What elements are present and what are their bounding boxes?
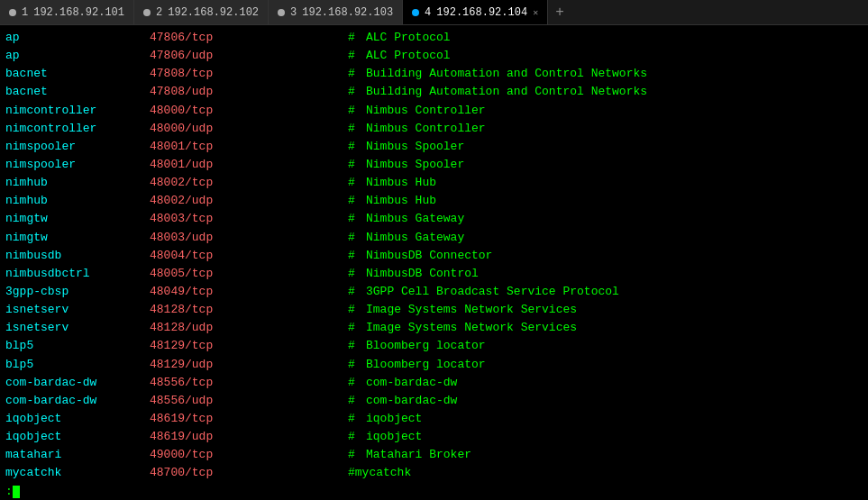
col-name: mycatchk xyxy=(5,464,150,482)
tab-number-4: 4 xyxy=(425,6,431,19)
col-desc: Building Automation and Control Networks xyxy=(366,65,647,83)
col-port: 48000/tcp xyxy=(150,102,348,120)
tab-dot-3 xyxy=(278,9,285,16)
table-row: nimspooler 48001/udp # Nimbus Spooler xyxy=(5,156,863,174)
col-hash: # xyxy=(348,319,366,337)
col-desc: Building Automation and Control Networks xyxy=(366,83,647,101)
col-port: 48002/udp xyxy=(150,192,348,210)
table-row: ap 47806/udp # ALC Protocol xyxy=(5,47,863,65)
tab-label-2: 192.168.92.102 xyxy=(168,6,259,19)
table-row: nimbusdbctrl 48005/tcp # NimbusDB Contro… xyxy=(5,265,863,283)
col-desc: Nimbus Hub xyxy=(366,192,436,210)
table-row: nimhub 48002/udp # Nimbus Hub xyxy=(5,192,863,210)
col-name: iqobject xyxy=(5,428,150,446)
add-tab-button[interactable]: + xyxy=(548,0,571,24)
col-desc: Nimbus Spooler xyxy=(366,156,464,174)
col-hash: # xyxy=(348,428,366,446)
col-port: 48619/udp xyxy=(150,428,348,446)
col-hash: # xyxy=(348,83,366,101)
table-row: nimspooler 48001/tcp # Nimbus Spooler xyxy=(5,138,863,156)
tab-close-4[interactable]: ✕ xyxy=(533,7,538,18)
tab-label-4: 192.168.92.104 xyxy=(436,6,527,19)
col-desc: Nimbus Gateway xyxy=(366,210,464,228)
col-hash: # xyxy=(348,102,366,120)
table-row: bacnet 47808/tcp # Building Automation a… xyxy=(5,65,863,83)
col-desc: Nimbus Controller xyxy=(366,102,486,120)
col-name: nimcontroller xyxy=(5,102,150,120)
col-name: isnetserv xyxy=(5,301,150,319)
col-desc: Nimbus Controller xyxy=(366,120,486,138)
table-row: nimcontroller 48000/tcp # Nimbus Control… xyxy=(5,102,863,120)
tab-1[interactable]: 1 192.168.92.101 xyxy=(0,0,134,24)
col-hash: # xyxy=(348,210,366,228)
table-row: 3gpp-cbsp 48049/tcp # 3GPP Cell Broadcas… xyxy=(5,283,863,301)
col-desc: Bloomberg locator xyxy=(366,337,486,355)
col-hash: # xyxy=(348,156,366,174)
col-name: nimspooler xyxy=(5,156,150,174)
col-port: 48001/tcp xyxy=(150,138,348,156)
tab-dot-1 xyxy=(9,9,16,16)
col-name: isnetserv xyxy=(5,319,150,337)
col-hash: # xyxy=(348,29,366,47)
tab-4[interactable]: 4 192.168.92.104 ✕ xyxy=(403,0,548,24)
col-name: nimgtw xyxy=(5,229,150,247)
tab-3[interactable]: 3 192.168.92.103 xyxy=(269,0,403,24)
col-hash: # xyxy=(348,374,366,392)
col-hash: # xyxy=(348,247,366,265)
col-desc: Bloomberg locator xyxy=(366,356,486,374)
col-desc: com-bardac-dw xyxy=(366,392,457,410)
col-port: 48556/udp xyxy=(150,392,348,410)
cursor-prompt: : xyxy=(5,483,13,500)
col-hash: # xyxy=(348,174,366,192)
col-name: com-bardac-dw xyxy=(5,392,150,410)
col-hash: # xyxy=(348,446,366,464)
col-desc: Nimbus Gateway xyxy=(366,229,464,247)
col-name: nimbusdbctrl xyxy=(5,265,150,283)
col-port: 48556/tcp xyxy=(150,374,348,392)
col-port: 48049/tcp xyxy=(150,283,348,301)
col-hash: # xyxy=(348,283,366,301)
col-port: 48700/tcp xyxy=(150,464,348,482)
col-port: 48003/tcp xyxy=(150,210,348,228)
col-port: 47808/tcp xyxy=(150,65,348,83)
col-name: bacnet xyxy=(5,65,150,83)
cursor-line: : xyxy=(5,483,863,500)
col-desc: com-bardac-dw xyxy=(366,374,457,392)
tab-number-3: 3 xyxy=(290,6,297,19)
col-hash: # xyxy=(348,138,366,156)
tab-bar: 1 192.168.92.101 2 192.168.92.102 3 192.… xyxy=(0,0,868,25)
table-row: nimcontroller 48000/udp # Nimbus Control… xyxy=(5,120,863,138)
col-hash: # xyxy=(348,65,366,83)
col-port: 48128/tcp xyxy=(150,301,348,319)
table-row: com-bardac-dw 48556/udp # com-bardac-dw xyxy=(5,392,863,410)
col-name: matahari xyxy=(5,446,150,464)
col-name: blp5 xyxy=(5,337,150,355)
col-port: 48129/tcp xyxy=(150,337,348,355)
tab-dot-2 xyxy=(143,9,151,16)
col-hash: # xyxy=(348,356,366,374)
col-port: 47806/udp xyxy=(150,47,348,65)
col-desc: iqobject xyxy=(366,410,422,428)
tab-dot-4 xyxy=(412,9,419,16)
col-hash: # xyxy=(348,47,366,65)
col-desc: #mycatchk xyxy=(348,464,411,482)
table-row: nimbusdb 48004/tcp # NimbusDB Connector xyxy=(5,247,863,265)
col-name: nimcontroller xyxy=(5,120,150,138)
table-row: nimhub 48002/tcp # Nimbus Hub xyxy=(5,174,863,192)
table-row: mycatchk 48700/tcp #mycatchk xyxy=(5,464,863,482)
col-hash: # xyxy=(348,265,366,283)
col-hash: # xyxy=(348,410,366,428)
col-name: ap xyxy=(5,47,150,65)
col-desc: Image Systems Network Services xyxy=(366,319,577,337)
tab-label-1: 192.168.92.101 xyxy=(33,6,124,19)
tab-2[interactable]: 2 192.168.92.102 xyxy=(134,0,269,24)
col-port: 48129/udp xyxy=(150,356,348,374)
table-row: com-bardac-dw 48556/tcp # com-bardac-dw xyxy=(5,374,863,392)
col-name: nimhub xyxy=(5,174,150,192)
col-name: nimspooler xyxy=(5,138,150,156)
col-desc: Nimbus Spooler xyxy=(366,138,464,156)
col-name: ap xyxy=(5,29,150,47)
col-port: 48619/tcp xyxy=(150,410,348,428)
col-desc: Nimbus Hub xyxy=(366,174,436,192)
col-port: 48004/tcp xyxy=(150,247,348,265)
